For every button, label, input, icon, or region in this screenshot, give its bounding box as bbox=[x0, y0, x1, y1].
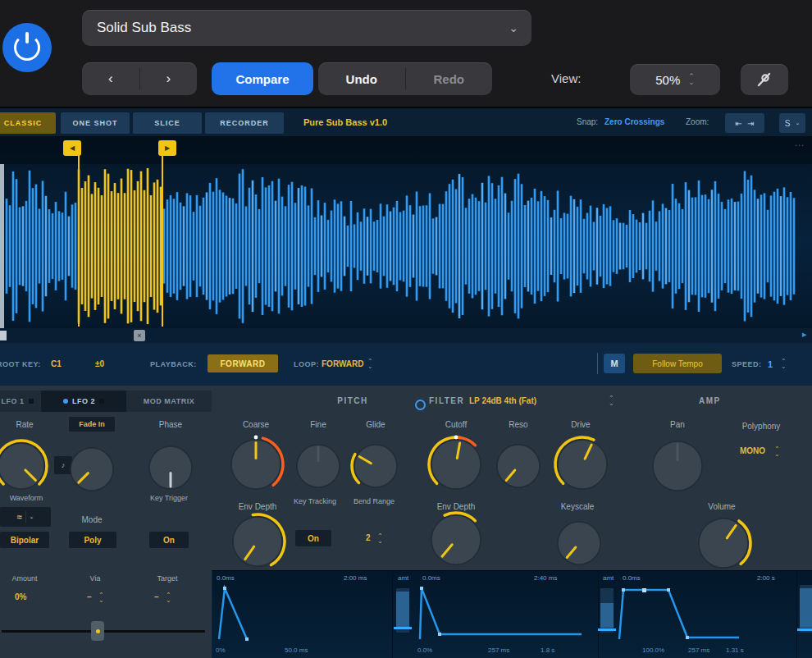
env3-amt-slider[interactable] bbox=[600, 588, 614, 633]
env3-sustain-value: 100.0% bbox=[642, 647, 664, 654]
pitch-coarse-knob[interactable] bbox=[231, 436, 283, 489]
divider bbox=[392, 571, 393, 658]
loop-end-icon: ▶ bbox=[165, 144, 170, 152]
tab-classic[interactable]: CLASSIC bbox=[0, 112, 56, 134]
lfo-rate-knob[interactable] bbox=[0, 441, 47, 489]
amt-handle[interactable] bbox=[394, 627, 412, 629]
loop-start-marker[interactable]: ◀ bbox=[63, 140, 81, 156]
filter-reso-knob[interactable] bbox=[497, 445, 540, 487]
amt-fill bbox=[396, 592, 409, 628]
filter-drive-knob[interactable] bbox=[555, 437, 607, 489]
root-key-value[interactable]: C1 bbox=[51, 359, 62, 368]
resize-handle-icon[interactable]: ∙∙∙ bbox=[795, 139, 805, 149]
filter-cutoff-knob[interactable] bbox=[429, 436, 481, 489]
env2-amt-slider[interactable] bbox=[396, 588, 409, 633]
amt-fill bbox=[600, 603, 614, 628]
zoom-fit-buttons[interactable]: ⇤ ⇥ bbox=[725, 113, 764, 133]
zoom-fit-icon: ⇥ bbox=[747, 119, 754, 128]
amt-fill bbox=[800, 588, 812, 628]
undo-redo-group: Undo Redo bbox=[318, 62, 492, 95]
view-zoom-select[interactable]: 50% ⌃⌄ bbox=[630, 64, 720, 95]
zoom-label: Zoom: bbox=[686, 117, 709, 126]
waveform-display[interactable]: ◀ ▶ ∙∙∙ bbox=[0, 136, 812, 328]
filter-keyscale-knob[interactable] bbox=[558, 522, 600, 564]
amt-handle[interactable] bbox=[598, 628, 616, 631]
undo-button[interactable]: Undo bbox=[318, 72, 405, 86]
scroll-right-arrow-icon[interactable]: ▸ bbox=[802, 329, 807, 340]
next-preset-button[interactable]: › bbox=[140, 62, 198, 95]
plugin-header: Solid Sub Bass ⌄ ‹ › Compare Undo Redo V… bbox=[0, 0, 812, 107]
loop-start-line bbox=[78, 156, 80, 327]
tab-slice[interactable]: SLICE bbox=[133, 112, 202, 134]
env2-attack-time: 0.0ms bbox=[422, 574, 440, 582]
env2-decay-time: 2:40 ms bbox=[534, 574, 557, 582]
filter-env-depth-knob[interactable] bbox=[431, 513, 481, 564]
envelope-strip: 0.0ms 2:00 ms 0% 50.0 ms amt 0.0ms 2:40 … bbox=[212, 570, 812, 658]
sample-start-handle[interactable] bbox=[0, 164, 4, 328]
amp-volume-knob[interactable] bbox=[699, 519, 750, 568]
view-zoom-value: 50% bbox=[655, 73, 680, 87]
env1-sustain-value: 0% bbox=[216, 647, 226, 654]
tab-recorder[interactable]: RECORDER bbox=[205, 112, 284, 134]
env2-graph[interactable] bbox=[413, 583, 592, 644]
env3-attack-value: 257 ms bbox=[688, 647, 709, 654]
zoom-auto-button[interactable]: S ⌄ bbox=[779, 113, 805, 133]
amt-handle[interactable] bbox=[797, 628, 812, 631]
env2-sustain-value: 0.0% bbox=[417, 647, 432, 654]
lfo-fade-in-knob[interactable] bbox=[71, 448, 113, 491]
env1-attack-time: 0.0ms bbox=[217, 574, 235, 582]
redo-button[interactable]: Redo bbox=[406, 72, 493, 86]
view-label: View: bbox=[551, 71, 581, 85]
loop-label: LOOP: bbox=[294, 360, 319, 368]
env3-release-value: 1.31 s bbox=[726, 647, 744, 654]
mode-tabbar: CLASSIC ONE SHOT SLICE RECORDER Pure Sub… bbox=[0, 107, 812, 138]
preset-nav: ‹ › bbox=[82, 62, 197, 95]
snap-label: Snap: bbox=[577, 117, 598, 126]
waveform-graph bbox=[0, 164, 812, 328]
speed-label: SPEED: bbox=[732, 360, 762, 368]
divider bbox=[598, 571, 599, 658]
loop-end-marker[interactable]: ▶ bbox=[158, 140, 176, 156]
flex-button[interactable]: M bbox=[604, 354, 625, 373]
stepper-icon: ⌃⌄ bbox=[367, 359, 373, 369]
env4-amt-slider[interactable] bbox=[800, 585, 812, 633]
divider bbox=[597, 353, 598, 374]
sample-name: Pure Sub Bass v1.0 bbox=[303, 117, 387, 127]
fade-marker[interactable]: × bbox=[134, 330, 145, 341]
prev-preset-button[interactable]: ‹ bbox=[82, 62, 139, 95]
tab-one-shot[interactable]: ONE SHOT bbox=[61, 112, 130, 134]
env1-graph[interactable] bbox=[214, 583, 390, 644]
loop-end-line bbox=[162, 156, 163, 327]
env2-attack-value: 257 ms bbox=[488, 647, 509, 654]
pitch-glide-knob[interactable] bbox=[352, 445, 397, 487]
waveform-marker-lane bbox=[0, 136, 812, 164]
lfo-phase-knob[interactable] bbox=[149, 446, 192, 489]
playback-mode-button[interactable]: FORWARD bbox=[208, 354, 278, 372]
env2-release-value: 1.8 s bbox=[541, 647, 554, 654]
power-button[interactable] bbox=[2, 23, 52, 72]
stepper-icon: ⌃⌄ bbox=[688, 74, 695, 85]
env3-graph[interactable] bbox=[616, 583, 792, 644]
link-button[interactable] bbox=[741, 64, 788, 95]
loop-mode-select[interactable]: FORWARD bbox=[322, 359, 363, 368]
compare-button[interactable]: Compare bbox=[212, 62, 313, 95]
pitch-fine-knob[interactable] bbox=[297, 445, 340, 487]
sample-info-bar: ROOT KEY: C1 ±0 PLAYBACK: FORWARD LOOP: … bbox=[0, 343, 812, 387]
quick-sampler-window: { "colors":{"accent_blue":"#2e9bf5","acc… bbox=[0, 0, 812, 658]
divider bbox=[796, 571, 797, 658]
tune-value[interactable]: ±0 bbox=[95, 359, 104, 368]
link-icon bbox=[755, 71, 773, 89]
env1-time-value: 50.0 ms bbox=[285, 647, 308, 654]
scroll-left-handle[interactable] bbox=[0, 331, 7, 340]
amp-pan-knob[interactable] bbox=[653, 441, 702, 491]
snap-select[interactable]: Zero Crossings bbox=[604, 117, 664, 126]
pitch-env-depth-knob[interactable] bbox=[233, 514, 285, 566]
close-icon: × bbox=[137, 331, 141, 340]
loop-start-icon: ◀ bbox=[70, 144, 75, 152]
waveform-scroll-row[interactable]: × ▸ bbox=[0, 328, 812, 343]
follow-tempo-button[interactable]: Follow Tempo bbox=[633, 354, 722, 373]
speed-select[interactable]: 1 bbox=[768, 359, 773, 369]
preset-selector[interactable]: Solid Sub Bass ⌄ bbox=[82, 10, 531, 46]
preset-name: Solid Sub Bass bbox=[82, 20, 509, 36]
chevron-down-icon: ⌄ bbox=[509, 21, 531, 34]
